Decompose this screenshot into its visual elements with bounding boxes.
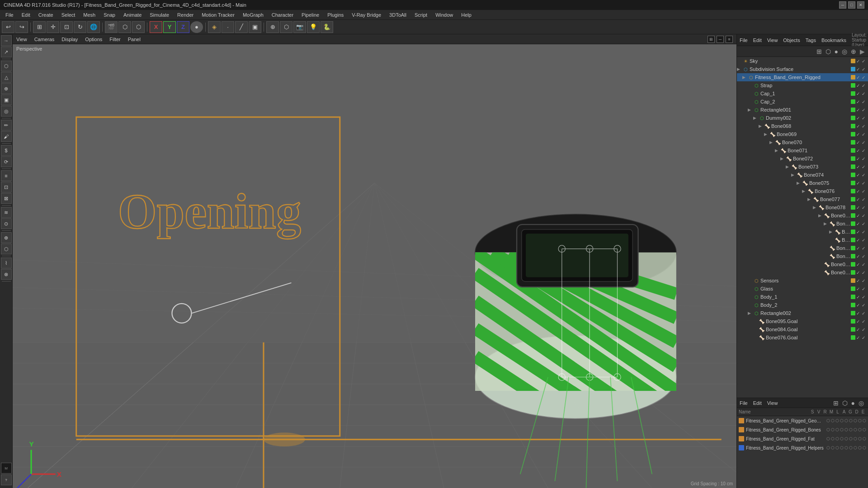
tree-item-check[interactable]: ✓ (855, 67, 861, 72)
material-row[interactable]: Fitness_Band_Green_Rigged_Helpers ⬡ ⬡ ⬡ … (737, 443, 868, 452)
menu-script[interactable]: Script (411, 11, 431, 19)
tree-item-check[interactable]: ✓ (855, 108, 861, 113)
tree-item[interactable]: ⬡ Strap ✓ ✓ (737, 81, 868, 89)
tree-item-check2[interactable]: ✓ (861, 327, 866, 332)
camera-tool[interactable]: 📷 (293, 21, 306, 33)
tree-item[interactable]: ▶ 🦴 Bone074 ✓ ✓ (737, 171, 868, 179)
tree-item-check2[interactable]: ✓ (861, 197, 866, 202)
tree-expand-arrow[interactable]: ▶ (748, 108, 753, 112)
tree-item-check[interactable]: ✓ (855, 286, 861, 291)
tree-item[interactable]: ▶ ⬡ Dummy002 ✓ ✓ (737, 114, 868, 122)
left-tool-bool[interactable]: ⊠ (1, 193, 12, 204)
tree-item-check2[interactable]: ✓ (861, 335, 866, 340)
tree-expand-arrow[interactable]: ▶ (807, 197, 813, 202)
tree-item-check[interactable]: ✓ (855, 181, 861, 186)
tree-item[interactable]: ▶ 🦴 Bone078 ✓ ✓ (737, 203, 868, 211)
mat-tool-4[interactable]: ◎ (857, 399, 865, 407)
tree-item[interactable]: ▶ ⬡ Rectangle001 ✓ ✓ (737, 106, 868, 114)
tree-item-check[interactable]: ✓ (855, 116, 861, 121)
menu-create[interactable]: Create (35, 11, 57, 19)
tree-item[interactable]: ⬡ Body_1 ✓ ✓ (737, 293, 868, 301)
tree-item-check[interactable]: ✓ (855, 83, 861, 88)
mode-x[interactable]: X (150, 21, 162, 33)
tree-item[interactable]: ▶ 🦴 Bone071 ✓ ✓ (737, 146, 868, 155)
tree-item-check2[interactable]: ✓ (861, 205, 866, 210)
menu-animate[interactable]: Animate (120, 11, 145, 19)
obj-tool-3[interactable]: ● (833, 48, 840, 55)
tree-item-check[interactable]: ✓ (855, 197, 861, 202)
menu-window[interactable]: Window (432, 11, 457, 19)
objects-bookmarks-menu[interactable]: Bookmarks (821, 38, 846, 43)
left-tool-hair[interactable]: ⌇ (1, 258, 12, 268)
tree-item-check2[interactable]: ✓ (861, 238, 866, 243)
tree-item-check2[interactable]: ✓ (861, 83, 866, 88)
menu-pipeline[interactable]: Pipeline (298, 11, 323, 19)
left-tool-null[interactable]: ⊕ (1, 83, 12, 94)
tree-item-check2[interactable]: ✓ (861, 311, 866, 316)
tree-item-check[interactable]: ✓ (855, 327, 861, 332)
left-tool-joint[interactable]: ⬡ (1, 244, 12, 254)
menu-select[interactable]: Select (58, 11, 79, 19)
tree-item-check2[interactable]: ✓ (861, 262, 866, 267)
tree-item-check2[interactable]: ✓ (861, 230, 866, 235)
redo-button[interactable]: ↪ (15, 21, 28, 33)
viewport[interactable]: View Cameras Display Options Filter Pane… (13, 34, 737, 488)
tree-item-check[interactable]: ✓ (855, 132, 861, 137)
tree-item-check[interactable]: ✓ (855, 221, 861, 226)
tree-expand-arrow[interactable]: ▶ (813, 205, 818, 210)
transform-tool[interactable]: 🌐 (87, 21, 100, 33)
tree-item-check[interactable]: ✓ (855, 164, 861, 169)
tree-item-check[interactable]: ✓ (855, 246, 861, 251)
undo-button[interactable]: ↩ (2, 21, 14, 33)
tree-item-check[interactable]: ✓ (855, 230, 861, 235)
tree-expand-arrow[interactable]: ▶ (753, 116, 759, 120)
material-row[interactable]: Fitness_Band_Green_Rigged_Bones ⬡ ⬡ ⬡ ⬡ … (737, 425, 868, 434)
tree-item-check2[interactable]: ✓ (861, 99, 866, 104)
tree-item-check[interactable]: ✓ (855, 91, 861, 96)
mat-view-menu[interactable]: View (767, 400, 778, 406)
tree-item-check[interactable]: ✓ (855, 270, 861, 275)
mat-tool-1[interactable]: ⊞ (832, 399, 840, 407)
minimize-button[interactable]: ─ (839, 1, 846, 9)
scene-tree[interactable]: ☀ Sky ✓ ✓ ▶ ⬡ Subdivision Surface ✓ ✓ ▶ … (737, 57, 868, 398)
mat-tool-2[interactable]: ⬡ (841, 399, 849, 407)
tree-expand-arrow[interactable]: ▶ (764, 132, 769, 136)
material-row[interactable]: Fitness_Band_Green_Rigged_Geometry ⬡ ⬡ ⬡… (737, 416, 868, 425)
vp-menu-display[interactable]: Display (61, 37, 78, 42)
tree-expand-arrow[interactable]: ▶ (786, 164, 791, 169)
tree-item-check2[interactable]: ✓ (861, 148, 866, 153)
left-tool-select[interactable]: → (1, 35, 12, 46)
vp-settings-icon[interactable]: ≡ (726, 36, 733, 43)
maximize-button[interactable]: □ (848, 1, 855, 9)
tree-item-check[interactable]: ✓ (855, 148, 861, 153)
vp-menu-cameras[interactable]: Cameras (34, 37, 55, 42)
left-tool-brush[interactable]: ✏ (1, 120, 12, 131)
tree-item[interactable]: ▶ ⬡ Fitness_Band_Green_Rigged ✓ ✓ (737, 73, 868, 81)
left-tool-dollar[interactable]: $ (1, 145, 12, 156)
objects-file-menu[interactable]: File (740, 38, 748, 43)
tree-item[interactable]: 🦴 Bone084 ✓ ✓ (737, 252, 868, 260)
tree-item-check[interactable]: ✓ (855, 303, 861, 308)
tree-item[interactable]: 🦴 Bone095.Goal ✓ ✓ (737, 317, 868, 325)
python-tool[interactable]: 🐍 (321, 21, 333, 33)
tree-item-check2[interactable]: ✓ (861, 181, 866, 186)
poly-mode[interactable]: ▣ (249, 21, 261, 33)
tree-item[interactable]: ▶ 🦴 Bone069 ✓ ✓ (737, 130, 868, 138)
tree-item-check[interactable]: ✓ (855, 335, 861, 340)
left-tool-spline2[interactable]: ⟳ (1, 156, 12, 167)
tree-item-check2[interactable]: ✓ (861, 124, 866, 129)
obj-tool-1[interactable]: ⊞ (815, 48, 823, 55)
left-tool-volume[interactable]: ⊡ (1, 182, 12, 192)
tree-item[interactable]: ▶ 🦴 Bone076 ✓ ✓ (737, 187, 868, 195)
tree-item-check2[interactable]: ✓ (861, 67, 866, 72)
tree-item-check[interactable]: ✓ (855, 319, 861, 324)
tree-expand-arrow[interactable]: ▶ (829, 230, 835, 234)
menu-simulate[interactable]: Simulate (146, 11, 173, 19)
new-button[interactable]: ⊞ (33, 21, 46, 33)
tree-item-check2[interactable]: ✓ (861, 213, 866, 218)
mode-all[interactable]: ● (190, 21, 203, 33)
object-mode[interactable]: ◈ (208, 21, 221, 33)
menu-help[interactable]: Help (458, 11, 475, 19)
tree-expand-arrow[interactable]: ▶ (818, 213, 824, 218)
tree-item-check2[interactable]: ✓ (861, 108, 866, 113)
